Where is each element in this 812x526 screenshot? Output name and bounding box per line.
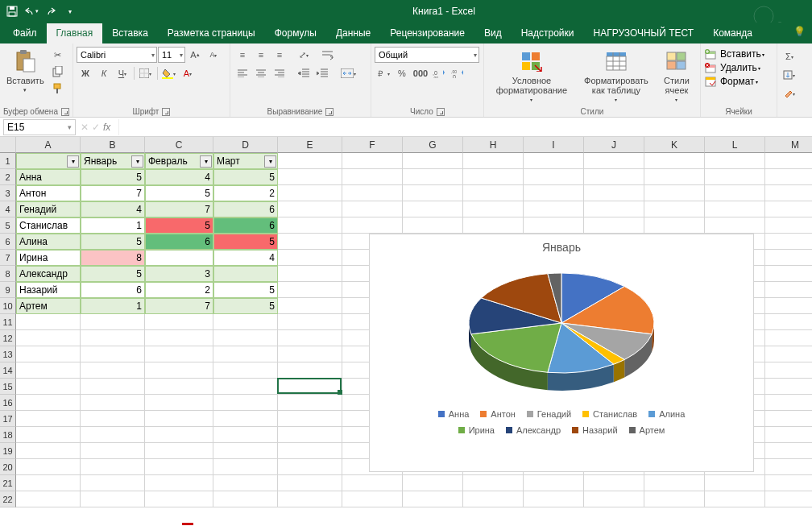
cell[interactable] bbox=[463, 217, 524, 234]
col-header-J[interactable]: J bbox=[584, 137, 644, 153]
cell[interactable] bbox=[81, 427, 145, 443]
cell[interactable] bbox=[342, 169, 403, 185]
table-cell-value[interactable]: 5 bbox=[213, 234, 278, 250]
increase-decimal-icon[interactable]: ,0,00 bbox=[430, 65, 448, 81]
cell[interactable] bbox=[278, 217, 342, 234]
cell[interactable] bbox=[278, 427, 342, 443]
cell[interactable] bbox=[463, 169, 524, 185]
cell[interactable] bbox=[342, 153, 403, 169]
copy-icon[interactable] bbox=[49, 64, 67, 80]
italic-icon[interactable]: К bbox=[95, 65, 113, 81]
row-header-3[interactable]: 3 bbox=[0, 185, 16, 201]
clipboard-launcher-icon[interactable] bbox=[61, 108, 69, 116]
cell[interactable] bbox=[765, 169, 812, 185]
tab-insert[interactable]: Вставка bbox=[102, 23, 158, 43]
cell[interactable] bbox=[524, 169, 584, 185]
cell[interactable] bbox=[81, 475, 145, 491]
cell[interactable] bbox=[463, 153, 524, 169]
table-cell-value[interactable]: 2 bbox=[145, 282, 213, 298]
number-format-combo[interactable]: Общий bbox=[375, 47, 479, 63]
merge-icon[interactable]: ▾ bbox=[338, 65, 360, 81]
cell[interactable] bbox=[81, 491, 145, 507]
row-header-6[interactable]: 6 bbox=[0, 234, 16, 250]
cell[interactable] bbox=[765, 346, 812, 362]
row-header-17[interactable]: 17 bbox=[0, 411, 16, 427]
wrap-text-icon[interactable] bbox=[319, 47, 337, 63]
cell[interactable] bbox=[16, 330, 81, 346]
table-header[interactable]: ▾ bbox=[16, 153, 81, 169]
align-top-icon[interactable]: ≡ bbox=[234, 47, 251, 63]
increase-indent-icon[interactable] bbox=[313, 65, 331, 81]
cell[interactable] bbox=[145, 379, 213, 395]
row-header-21[interactable]: 21 bbox=[0, 475, 16, 491]
tab-team[interactable]: Команда bbox=[703, 23, 762, 43]
paste-button[interactable]: Вставить ▾ bbox=[3, 47, 48, 95]
cell[interactable] bbox=[342, 185, 403, 201]
row-header-10[interactable]: 10 bbox=[0, 298, 16, 314]
cell[interactable] bbox=[145, 395, 213, 411]
cell[interactable] bbox=[145, 427, 213, 443]
table-cell-value[interactable]: 7 bbox=[145, 201, 213, 217]
cell[interactable] bbox=[584, 169, 644, 185]
col-header-G[interactable]: G bbox=[403, 137, 463, 153]
tab-addins[interactable]: Надстройки bbox=[512, 23, 584, 43]
formula-bar[interactable] bbox=[118, 119, 812, 135]
cell[interactable] bbox=[765, 153, 812, 169]
table-cell-value[interactable]: 4 bbox=[145, 169, 213, 185]
cell[interactable] bbox=[278, 443, 342, 459]
cell[interactable] bbox=[213, 330, 278, 346]
table-header[interactable]: Март▾ bbox=[213, 153, 278, 169]
tab-page-layout[interactable]: Разметка страницы bbox=[158, 23, 265, 43]
cell[interactable] bbox=[16, 314, 81, 330]
align-center-icon[interactable] bbox=[252, 65, 270, 81]
table-cell-value[interactable]: 3 bbox=[145, 266, 213, 282]
fill-color-icon[interactable]: ▾ bbox=[160, 65, 178, 81]
table-cell-value[interactable]: 6 bbox=[145, 234, 213, 250]
table-cell-name[interactable]: Анна bbox=[16, 169, 81, 185]
cell[interactable] bbox=[81, 459, 145, 475]
cell[interactable] bbox=[765, 314, 812, 330]
filter-icon[interactable]: ▾ bbox=[200, 155, 212, 168]
cell[interactable] bbox=[16, 475, 81, 491]
row-header-2[interactable]: 2 bbox=[0, 169, 16, 185]
cell[interactable] bbox=[16, 427, 81, 443]
row-header-14[interactable]: 14 bbox=[0, 362, 16, 379]
col-header-C[interactable]: C bbox=[145, 137, 213, 153]
cell[interactable] bbox=[765, 475, 812, 491]
cell[interactable] bbox=[213, 395, 278, 411]
cell[interactable] bbox=[145, 411, 213, 427]
tab-home[interactable]: Главная bbox=[47, 23, 103, 43]
cell[interactable] bbox=[278, 153, 342, 169]
row-header-5[interactable]: 5 bbox=[0, 217, 16, 234]
cell[interactable] bbox=[765, 266, 812, 282]
cell[interactable] bbox=[765, 201, 812, 217]
filter-icon[interactable]: ▾ bbox=[67, 155, 79, 168]
table-header[interactable]: Январь▾ bbox=[81, 153, 145, 169]
cell[interactable] bbox=[524, 201, 584, 217]
cell[interactable] bbox=[403, 491, 463, 507]
cell[interactable] bbox=[213, 379, 278, 395]
redo-icon[interactable] bbox=[42, 2, 60, 20]
clear-icon[interactable]: ▾ bbox=[781, 85, 798, 101]
col-header-I[interactable]: I bbox=[524, 137, 584, 153]
cut-icon[interactable]: ✂ bbox=[49, 47, 67, 63]
cell[interactable] bbox=[213, 411, 278, 427]
borders-icon[interactable]: ▾ bbox=[137, 65, 155, 81]
cell[interactable] bbox=[278, 169, 342, 185]
cell[interactable] bbox=[81, 362, 145, 379]
cell[interactable] bbox=[765, 379, 812, 395]
cell[interactable] bbox=[403, 153, 463, 169]
cell[interactable] bbox=[765, 395, 812, 411]
underline-icon[interactable]: Ч▾ bbox=[114, 65, 131, 81]
decrease-decimal-icon[interactable]: ,00,0 bbox=[449, 65, 466, 81]
row-header-1[interactable]: 1 bbox=[0, 153, 16, 169]
cell[interactable] bbox=[145, 459, 213, 475]
row-header-4[interactable]: 4 bbox=[0, 201, 16, 217]
table-cell-name[interactable]: Артем bbox=[16, 298, 81, 314]
cell[interactable] bbox=[16, 491, 81, 507]
cell[interactable] bbox=[765, 427, 812, 443]
cell[interactable] bbox=[463, 475, 524, 491]
alignment-launcher-icon[interactable] bbox=[325, 108, 334, 116]
font-name-combo[interactable]: Calibri bbox=[77, 47, 157, 63]
table-cell-name[interactable]: Ирина bbox=[16, 250, 81, 266]
